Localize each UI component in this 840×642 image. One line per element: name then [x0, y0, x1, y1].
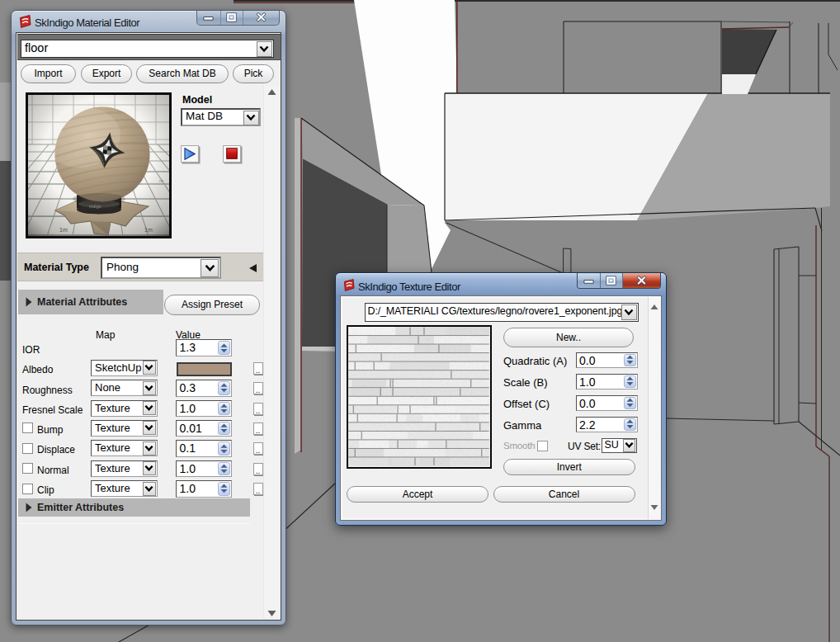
svg-text:m: m — [159, 178, 163, 183]
svg-text:1m: 1m — [59, 227, 68, 233]
svg-text:1m: 1m — [144, 227, 153, 233]
